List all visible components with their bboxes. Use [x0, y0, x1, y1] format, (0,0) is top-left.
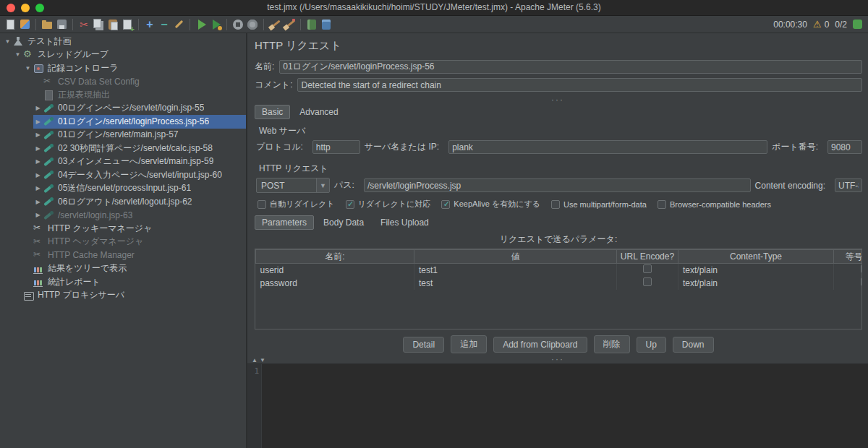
port-input[interactable] — [827, 140, 862, 154]
checkbox-box-icon[interactable] — [346, 200, 354, 209]
collapsed-arrow-icon[interactable]: ▶ — [33, 212, 43, 218]
url-encode-checkbox[interactable] — [643, 277, 652, 286]
collapsed-arrow-icon[interactable]: ▶ — [33, 145, 43, 152]
param-row[interactable]: useridtest1text/plain — [256, 264, 863, 277]
checkbox-box-icon[interactable] — [551, 200, 560, 209]
tab-parameters[interactable]: Parameters — [255, 215, 314, 230]
tree-item[interactable]: ▶03メインメニューへ/servlet/main.jsp-59 — [33, 155, 246, 169]
tab-basic[interactable]: Basic — [255, 105, 290, 119]
tree-item[interactable]: 統計レポート — [23, 275, 246, 289]
function-helper-icon[interactable] — [305, 17, 319, 32]
param-value-cell[interactable]: test1 — [414, 264, 617, 277]
tree-item[interactable]: ▶/servlet/login.jsp-63 — [33, 209, 246, 223]
tree-item[interactable]: 結果をツリーで表示 — [23, 262, 246, 276]
column-header[interactable]: 名前: — [256, 250, 414, 264]
include-equals-cell[interactable] — [834, 277, 863, 290]
collapse-all-icon[interactable] — [157, 17, 171, 32]
collapsed-arrow-icon[interactable]: ▶ — [33, 132, 43, 138]
shutdown-icon[interactable] — [245, 17, 260, 32]
tree-item[interactable]: ▶01ログイン/servlet/loginProcess.jsp-56 — [33, 115, 246, 129]
copy-icon[interactable] — [91, 17, 106, 32]
minimize-window-button[interactable] — [21, 4, 30, 12]
tab-body-data[interactable]: Body Data — [316, 215, 371, 230]
down-button[interactable]: Down — [673, 337, 714, 353]
detail-button[interactable]: Detail — [403, 337, 444, 353]
tree-item[interactable]: ▶01ログイン/servlet/main.jsp-57 — [33, 129, 246, 142]
tab-advanced[interactable]: Advanced — [292, 105, 345, 119]
tree-item[interactable]: ▼記録コントローラ — [23, 61, 246, 75]
top-splitter[interactable]: ··· — [247, 97, 868, 103]
browser-compatible-headers-checkbox[interactable]: Browser-compatible headers — [658, 200, 771, 209]
toggle-icon[interactable] — [171, 17, 186, 32]
include-equals-cell[interactable] — [834, 264, 863, 277]
expanded-arrow-icon[interactable]: ▼ — [23, 65, 33, 72]
start-no-timers-icon[interactable] — [208, 17, 223, 32]
checkbox-box-icon[interactable] — [441, 200, 450, 209]
param-name-cell[interactable]: password — [256, 277, 414, 290]
collapsed-arrow-icon[interactable]: ▶ — [33, 119, 43, 125]
tree-item[interactable]: ▼テスト計画 — [3, 35, 246, 48]
content-type-cell[interactable]: text/plain — [678, 264, 834, 277]
paste-icon[interactable] — [106, 17, 120, 32]
auto-redirect-checkbox[interactable]: 自動リダイレクト — [258, 199, 335, 210]
save-icon[interactable] — [54, 17, 69, 32]
tree-item[interactable]: HTTP ヘッダマネージャ — [23, 236, 246, 249]
content-encoding-input[interactable] — [835, 178, 862, 192]
comment-input[interactable] — [297, 78, 862, 92]
column-header[interactable]: Content-Type — [678, 250, 834, 264]
column-header[interactable]: 値 — [414, 250, 617, 264]
splitter-collapse-arrows-icon[interactable]: ▲▼ — [252, 357, 268, 363]
tree-item[interactable]: CSV Data Set Config — [33, 75, 246, 89]
clear-all-icon[interactable] — [282, 17, 297, 32]
collapsed-arrow-icon[interactable]: ▶ — [33, 172, 43, 178]
tree-item[interactable]: ▶02 30秒間計算ページ/servlet/calc.jsp-58 — [33, 142, 246, 155]
method-select[interactable]: POST ▼ — [256, 178, 330, 193]
tree-item[interactable]: ▼スレッドグループ — [13, 48, 246, 62]
follow-redirects-checkbox[interactable]: リダイレクトに対応 — [346, 199, 431, 210]
cut-icon[interactable] — [77, 17, 91, 32]
tab-files-upload[interactable]: Files Upload — [373, 215, 436, 230]
url-encode-checkbox[interactable] — [643, 264, 652, 273]
help-icon[interactable] — [319, 17, 333, 32]
tree-item[interactable]: 正規表現抽出 — [33, 88, 246, 102]
expanded-arrow-icon[interactable]: ▼ — [3, 38, 12, 45]
multipart-form-data-checkbox[interactable]: Use multipart/form-data — [551, 200, 647, 209]
checkbox-box-icon[interactable] — [658, 200, 666, 209]
param-row[interactable]: passwordtesttext/plain — [256, 277, 863, 290]
new-testplan-icon[interactable] — [3, 17, 17, 32]
column-header[interactable]: 等号含む? — [834, 250, 863, 264]
log-warning-icon[interactable]: ⚠ — [813, 19, 822, 30]
expand-all-icon[interactable] — [142, 17, 157, 32]
server-input[interactable] — [448, 140, 767, 154]
content-type-cell[interactable]: text/plain — [678, 277, 834, 290]
raw-editor[interactable]: 1 — [247, 363, 868, 448]
zoom-window-button[interactable] — [35, 4, 44, 12]
clear-icon[interactable] — [268, 17, 282, 32]
stop-icon[interactable] — [231, 17, 245, 32]
path-input[interactable] — [364, 178, 751, 192]
collapsed-arrow-icon[interactable]: ▶ — [33, 158, 43, 165]
tree-item[interactable]: HTTP クッキーマネージャ — [23, 222, 246, 236]
include-equals-checkbox[interactable] — [861, 264, 862, 273]
tree-item[interactable]: ▶05送信/servlet/processInput.jsp-61 — [33, 182, 246, 196]
collapsed-arrow-icon[interactable]: ▶ — [33, 105, 43, 111]
bottom-splitter[interactable]: ▲▼ ··· — [247, 356, 868, 363]
templates-icon[interactable] — [17, 17, 32, 32]
url-encode-cell[interactable] — [617, 277, 678, 290]
delete-button[interactable]: 削除 — [594, 335, 630, 353]
column-header[interactable]: URL Encode? — [617, 250, 678, 264]
open-icon[interactable] — [40, 17, 54, 32]
collapsed-arrow-icon[interactable]: ▶ — [33, 185, 43, 191]
up-button[interactable]: Up — [637, 337, 666, 353]
protocol-input[interactable] — [312, 140, 360, 154]
name-input[interactable] — [279, 60, 862, 74]
tree-item[interactable]: HTTP プロキシサーバ — [13, 289, 246, 303]
tree-item[interactable]: ▶06ログアウト/servlet/logout.jsp-62 — [33, 195, 246, 209]
url-encode-cell[interactable] — [617, 264, 678, 277]
param-value-cell[interactable]: test — [414, 277, 617, 290]
duplicate-icon[interactable] — [120, 17, 135, 32]
tree-item[interactable]: ▶00ログインページ/servlet/login.jsp-55 — [33, 102, 246, 116]
start-icon[interactable] — [194, 17, 208, 32]
code-editor-content[interactable] — [262, 364, 868, 448]
param-name-cell[interactable]: userid — [256, 264, 414, 277]
